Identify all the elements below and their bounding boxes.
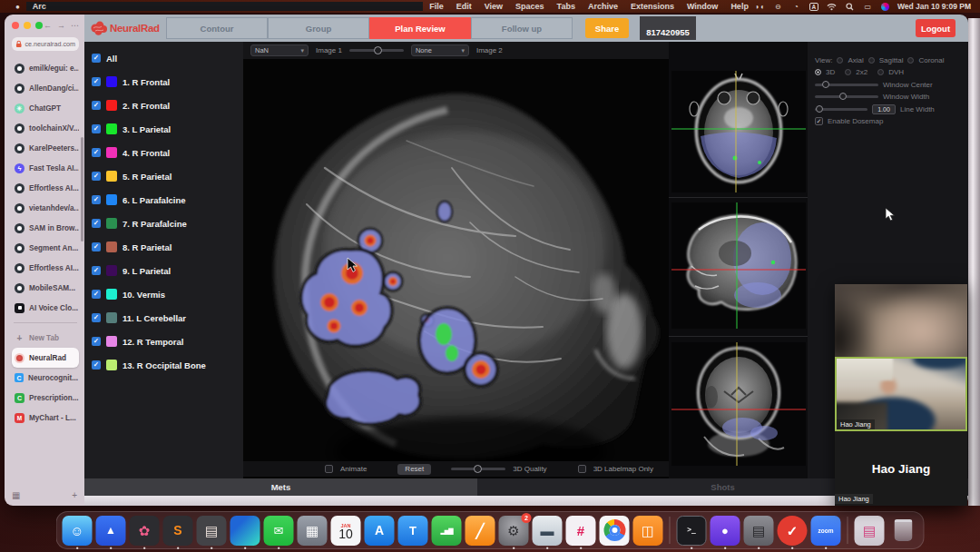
display-icon[interactable]: ▭: [863, 2, 873, 12]
dock-launchpad[interactable]: ▦: [298, 516, 328, 546]
labelmap-checkbox[interactable]: [578, 465, 586, 473]
dock-screenshot-preview[interactable]: ▬●: [533, 516, 563, 546]
sidebar-item-segment-anything[interactable]: Segment An...: [12, 238, 79, 258]
logout-button[interactable]: Logout: [916, 19, 956, 37]
coronal-slice-view[interactable]: [671, 342, 806, 466]
dock-chrome[interactable]: [600, 516, 630, 546]
radio-3d[interactable]: [815, 69, 821, 75]
more-icon[interactable]: ⋯: [71, 21, 79, 30]
dock-github-desktop[interactable]: ●●: [710, 516, 740, 546]
structure-row[interactable]: 3. L Parietal: [92, 117, 243, 141]
structure-row[interactable]: 2. R Frontal: [92, 94, 243, 117]
dock-calendar[interactable]: JAN10: [331, 516, 361, 546]
dock-keynote[interactable]: T: [398, 516, 428, 546]
menu-edit[interactable]: Edit: [450, 2, 478, 11]
sidebar-item-mobilesam[interactable]: MobileSAM...: [12, 278, 79, 298]
checkbox[interactable]: [92, 337, 101, 346]
siri-icon[interactable]: [881, 3, 889, 11]
minimize-button[interactable]: [24, 22, 31, 29]
dock-butterfly-app[interactable]: ✿●: [130, 516, 160, 546]
add-space-icon[interactable]: +: [72, 490, 77, 500]
pills-icon[interactable]: ◗◖: [755, 2, 765, 12]
dock-terminal[interactable]: >_●: [677, 516, 707, 546]
radio-dvh[interactable]: [877, 69, 884, 75]
address-bar[interactable]: ce.neuralrad.com: [12, 37, 79, 51]
tab-neurocognitive[interactable]: Neurocognit...: [12, 368, 79, 388]
video-tile-self[interactable]: [835, 284, 967, 357]
menu-spaces[interactable]: Spaces: [509, 2, 551, 11]
dock-pencil-app[interactable]: ╱: [466, 516, 495, 546]
dock-gradient-app[interactable]: ●: [230, 516, 260, 546]
structure-row[interactable]: 8. R Parietal: [92, 235, 243, 259]
dock-system-settings[interactable]: ⚙2●: [499, 516, 529, 546]
dock-numbers[interactable]: ▂▅▇: [432, 516, 462, 546]
video-tile-active-speaker[interactable]: Hao Jiang: [835, 357, 967, 431]
focus-mode-icon[interactable]: ⊖: [773, 2, 783, 12]
forward-icon[interactable]: →: [57, 21, 65, 30]
checkbox[interactable]: [92, 290, 101, 299]
sidebar-item-toolchainx[interactable]: toolchainX/V...: [12, 118, 79, 138]
checkbox-all[interactable]: [92, 54, 101, 63]
apple-menu-icon[interactable]: ●: [9, 3, 26, 11]
line-width-slider[interactable]: [815, 108, 867, 111]
dock-slack[interactable]: #●: [566, 516, 596, 546]
tab-mychart[interactable]: MyChart - L...: [12, 408, 79, 428]
sidebar-item-chatgpt[interactable]: ChatGPT: [12, 98, 79, 118]
dock-checkmark-app[interactable]: ✓●: [778, 516, 808, 546]
menu-tabs[interactable]: Tabs: [551, 2, 582, 11]
structure-row[interactable]: 5. R Parietal: [92, 164, 243, 188]
dock-notes-app[interactable]: ▤●: [197, 516, 227, 546]
dock-finder[interactable]: ☺●: [63, 516, 93, 546]
sidebar-item-effortless-ai-2[interactable]: Effortless AI...: [12, 258, 79, 278]
dock-app-store[interactable]: A: [365, 516, 395, 546]
menu-file[interactable]: File: [423, 2, 450, 11]
sidebar-item-sam-in-browser[interactable]: SAM in Brow...: [12, 218, 79, 238]
dock-diagram-app[interactable]: ◫: [633, 516, 663, 546]
structure-row[interactable]: 7. R Parafalcine: [92, 212, 243, 235]
tab-prescription[interactable]: Prescription...: [12, 388, 79, 408]
sidebar-item-effortless-ai-1[interactable]: Effortless AI...: [12, 178, 79, 198]
checkbox[interactable]: [92, 124, 101, 133]
orb-icon[interactable]: ◔: [791, 2, 801, 12]
nav-tab-group[interactable]: Group: [268, 17, 369, 39]
axial-slice-view[interactable]: [671, 71, 806, 192]
new-tab-button[interactable]: +New Tab: [12, 328, 79, 348]
checkbox[interactable]: [92, 172, 101, 181]
checkbox[interactable]: [92, 195, 101, 204]
dock-arc[interactable]: ▲●: [96, 516, 126, 546]
sidebar-item-emilk-egui[interactable]: emilk/egui: e...: [12, 58, 79, 78]
structure-row[interactable]: 6. L Parafalcine: [92, 188, 243, 212]
dock-printer[interactable]: ▤●: [744, 516, 774, 546]
input-source-icon[interactable]: A: [809, 3, 818, 11]
radio-2x2[interactable]: [845, 69, 851, 75]
structure-row[interactable]: 1. R Frontal: [92, 70, 243, 94]
checkbox[interactable]: [92, 101, 101, 110]
spotlight-icon[interactable]: [845, 2, 855, 12]
wifi-icon[interactable]: [827, 2, 837, 12]
nav-tab-contour[interactable]: Contour: [166, 17, 268, 39]
structure-row-all[interactable]: All: [92, 46, 243, 70]
dock-zoom[interactable]: zoom●: [811, 516, 841, 546]
checkbox[interactable]: [92, 219, 101, 228]
close-button[interactable]: [12, 22, 19, 29]
nav-tab-plan-review[interactable]: Plan Review: [369, 17, 471, 39]
back-icon[interactable]: ←: [44, 21, 52, 30]
line-width-input[interactable]: [872, 104, 896, 114]
blend-dropdown[interactable]: None: [411, 44, 469, 56]
sidebar-scrollbar[interactable]: [81, 137, 83, 242]
menu-help[interactable]: Help: [724, 2, 755, 11]
tab-mets[interactable]: Mets: [84, 478, 477, 496]
nav-tab-follow-up[interactable]: Follow up: [471, 17, 573, 39]
checkbox[interactable]: [92, 148, 101, 157]
dock-trash[interactable]: [888, 516, 918, 546]
reset-button[interactable]: Reset: [397, 464, 431, 475]
sidebar-item-karelpeeters[interactable]: KarelPeeters...: [12, 138, 79, 158]
quality-slider[interactable]: [451, 468, 505, 470]
menu-view[interactable]: View: [478, 2, 509, 11]
checkbox[interactable]: [92, 242, 101, 251]
window-center-slider[interactable]: [815, 84, 878, 86]
structure-row[interactable]: 13. R Occipital Bone: [92, 353, 243, 377]
menu-extensions[interactable]: Extensions: [624, 2, 681, 11]
structure-row[interactable]: 11. L Cerebellar: [92, 306, 243, 330]
checkbox[interactable]: [92, 77, 101, 86]
